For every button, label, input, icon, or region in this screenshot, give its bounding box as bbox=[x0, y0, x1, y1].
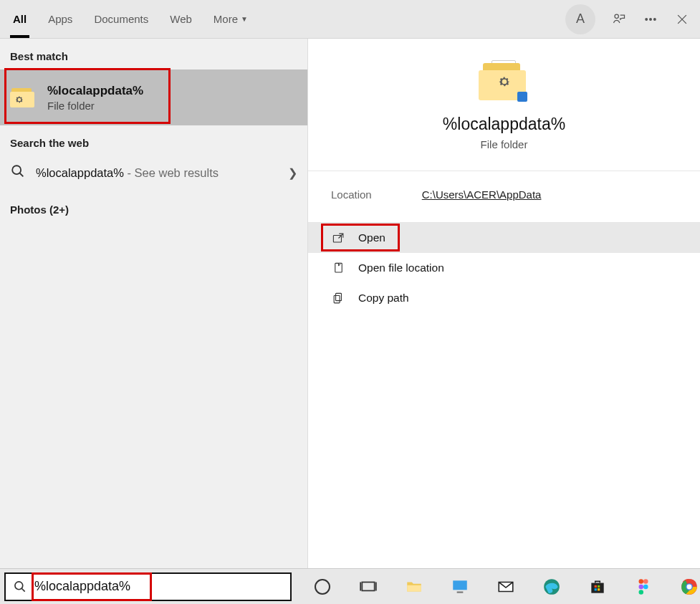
svg-rect-11 bbox=[453, 580, 467, 590]
preview-hero: %localappdata% File folder bbox=[308, 39, 700, 171]
svg-point-1 bbox=[646, 18, 648, 20]
search-web-heading: Search the web bbox=[0, 125, 307, 156]
best-match-subtitle: File folder bbox=[47, 100, 143, 112]
svg-rect-14 bbox=[591, 583, 603, 593]
svg-rect-18 bbox=[598, 588, 600, 590]
chrome-icon[interactable] bbox=[679, 576, 700, 598]
tab-apps[interactable]: Apps bbox=[48, 0, 72, 38]
svg-rect-15 bbox=[595, 585, 597, 587]
web-result-suffix: - See web results bbox=[124, 166, 219, 179]
taskbar-icons bbox=[306, 576, 700, 598]
svg-rect-17 bbox=[595, 588, 597, 590]
header-actions: A bbox=[565, 4, 690, 34]
action-open-file-location-label: Open file location bbox=[358, 262, 444, 274]
search-header: All Apps Documents Web More ▼ A bbox=[0, 0, 700, 39]
web-result-query: %localappdata% bbox=[36, 166, 124, 179]
tab-documents[interactable]: Documents bbox=[94, 0, 148, 38]
file-explorer-icon[interactable] bbox=[403, 576, 425, 598]
location-label: Location bbox=[331, 188, 372, 201]
location-value[interactable]: C:\Users\ACER\AppData bbox=[422, 188, 542, 201]
svg-point-19 bbox=[639, 579, 644, 584]
more-options-icon[interactable] bbox=[643, 11, 658, 27]
best-match-heading: Best match bbox=[0, 39, 307, 69]
chevron-down-icon: ▼ bbox=[241, 15, 248, 23]
preview-subtitle: File folder bbox=[481, 138, 528, 150]
svg-point-9 bbox=[15, 581, 23, 589]
svg-point-4 bbox=[12, 166, 21, 174]
close-icon[interactable] bbox=[674, 11, 690, 27]
action-copy-path-label: Copy path bbox=[358, 292, 409, 305]
svg-rect-7 bbox=[335, 293, 341, 300]
svg-rect-10 bbox=[362, 582, 374, 590]
open-icon bbox=[331, 231, 345, 245]
folder-location-icon bbox=[331, 261, 345, 275]
chevron-right-icon: ❯ bbox=[288, 166, 297, 180]
best-match-text: %localappdata% File folder bbox=[47, 84, 143, 112]
taskbar bbox=[0, 568, 700, 604]
svg-rect-8 bbox=[334, 295, 340, 302]
action-copy-path[interactable]: Copy path bbox=[308, 283, 700, 313]
svg-rect-12 bbox=[457, 591, 464, 593]
results-pane: Best match %localappdata% File folder Se… bbox=[0, 39, 307, 568]
feedback-icon[interactable] bbox=[611, 11, 627, 27]
monitor-app-icon[interactable] bbox=[449, 576, 471, 598]
tab-more[interactable]: More ▼ bbox=[214, 0, 248, 38]
filter-tabs: All Apps Documents Web More ▼ bbox=[13, 0, 248, 38]
edge-browser-icon[interactable] bbox=[541, 576, 562, 598]
web-result-text: %localappdata% - See web results bbox=[36, 166, 278, 180]
preview-actions: Open Open file location Copy path bbox=[308, 223, 700, 313]
svg-point-2 bbox=[650, 18, 652, 20]
cortana-icon[interactable] bbox=[312, 576, 333, 598]
search-input[interactable] bbox=[34, 579, 283, 594]
svg-point-26 bbox=[687, 584, 692, 589]
svg-point-21 bbox=[639, 584, 644, 589]
folder-icon bbox=[10, 86, 37, 109]
figma-icon[interactable] bbox=[633, 576, 654, 598]
user-avatar[interactable]: A bbox=[565, 4, 595, 34]
location-row: Location C:\Users\ACER\AppData bbox=[308, 171, 700, 223]
action-open[interactable]: Open bbox=[308, 223, 700, 253]
task-view-icon[interactable] bbox=[358, 576, 379, 598]
mail-icon[interactable] bbox=[495, 576, 517, 598]
copy-icon bbox=[331, 291, 345, 305]
search-icon bbox=[13, 580, 27, 594]
svg-point-22 bbox=[643, 584, 648, 589]
action-open-file-location[interactable]: Open file location bbox=[308, 253, 700, 283]
preview-pane: %localappdata% File folder Location C:\U… bbox=[307, 39, 700, 568]
tab-all[interactable]: All bbox=[13, 0, 27, 38]
svg-point-23 bbox=[639, 590, 644, 595]
microsoft-store-icon[interactable] bbox=[587, 576, 608, 598]
action-open-label: Open bbox=[358, 231, 385, 244]
tab-web[interactable]: Web bbox=[170, 0, 192, 38]
svg-point-20 bbox=[643, 579, 648, 584]
best-match-title: %localappdata% bbox=[47, 84, 143, 98]
tab-more-label: More bbox=[214, 13, 238, 25]
preview-title: %localappdata% bbox=[443, 115, 565, 134]
best-match-result[interactable]: %localappdata% File folder bbox=[0, 69, 307, 125]
search-icon bbox=[10, 163, 26, 182]
svg-rect-16 bbox=[598, 585, 600, 587]
taskbar-search[interactable] bbox=[4, 572, 292, 601]
svg-point-0 bbox=[615, 14, 618, 18]
web-search-result[interactable]: %localappdata% - See web results ❯ bbox=[0, 156, 307, 189]
folder-icon bbox=[479, 60, 530, 103]
photos-heading[interactable]: Photos (2+) bbox=[0, 189, 307, 230]
svg-point-3 bbox=[654, 18, 656, 20]
